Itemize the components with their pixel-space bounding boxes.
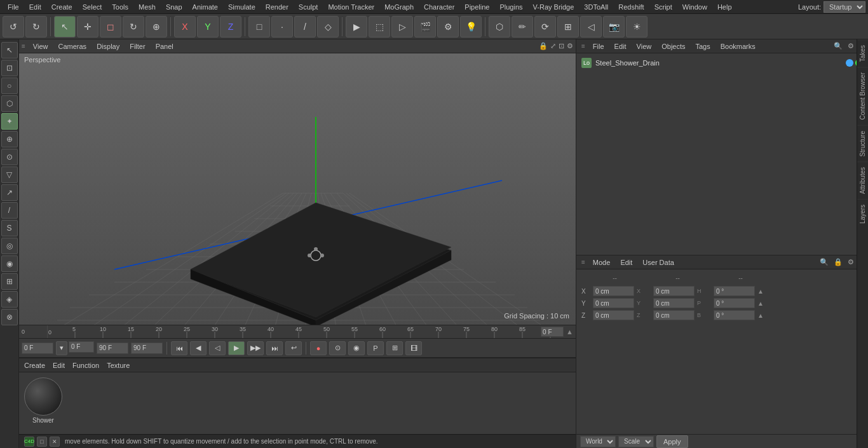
attr-h-arrow[interactable]: ▲ — [757, 288, 764, 295]
menu-snap[interactable]: Snap — [161, 2, 187, 12]
pb-step-forward[interactable]: ▶▶ — [247, 341, 264, 355]
attr-search-icon[interactable]: 🔍 — [820, 258, 829, 266]
menu-plugins[interactable]: Plugins — [494, 2, 527, 12]
x-axis-button[interactable]: X — [174, 16, 196, 37]
sidebar-lasso[interactable]: ○ — [1, 78, 18, 94]
menu-motion-tracker[interactable]: Motion Tracker — [323, 2, 379, 12]
playback-end-field[interactable] — [97, 343, 128, 354]
menu-script[interactable]: Script — [649, 2, 677, 12]
vtab-structure[interactable]: Structure — [857, 125, 868, 162]
vp-icon-expand[interactable]: ⊡ — [559, 42, 564, 50]
array-button[interactable]: ⊞ — [557, 16, 579, 37]
status-icon-square[interactable]: □ — [37, 437, 47, 447]
attr-p-arrow[interactable]: ▲ — [757, 300, 764, 307]
cube-button[interactable]: ⬡ — [489, 16, 510, 37]
pb-play-back[interactable]: ◁ — [209, 341, 226, 355]
menu-3dtoall[interactable]: 3DToAll — [579, 2, 613, 12]
pb-dots[interactable]: ⊞ — [386, 341, 403, 355]
pb-loop[interactable]: ↩ — [285, 341, 302, 355]
pb-arrow-left[interactable]: ▾ — [56, 341, 67, 355]
vtab-content-browser[interactable]: Content Browser — [857, 67, 868, 125]
vp-menu-view[interactable]: View — [31, 41, 51, 51]
vp-menu-display[interactable]: Display — [94, 41, 122, 51]
object-item-shower-drain[interactable]: Lo Steel_Shower_Drain — [579, 56, 865, 70]
menu-render[interactable]: Render — [261, 2, 294, 12]
pb-record-obj[interactable]: ⊙ — [329, 341, 346, 355]
camera-button[interactable]: 📷 — [603, 16, 625, 37]
vp-icon-lock[interactable]: 🔒 — [539, 42, 548, 50]
vp-icon-settings[interactable]: ⚙ — [567, 42, 573, 50]
material-ball[interactable] — [24, 377, 62, 416]
sidebar-tool-2[interactable]: ⊕ — [1, 131, 18, 147]
obj-menu-objects[interactable]: Objects — [659, 41, 688, 51]
world-select[interactable]: World — [580, 436, 616, 447]
menu-edit[interactable]: Edit — [24, 2, 46, 12]
playback-current-field[interactable] — [69, 341, 94, 353]
attr-lock-icon[interactable]: 🔒 — [834, 258, 843, 266]
menu-create[interactable]: Create — [46, 2, 78, 12]
light-button[interactable]: 💡 — [460, 16, 482, 37]
sidebar-tool-3[interactable]: ⊙ — [1, 149, 18, 165]
sidebar-active-tool[interactable]: ✦ — [1, 113, 18, 130]
attr-b-input[interactable] — [714, 310, 755, 320]
render-settings-button[interactable]: ⚙ — [437, 16, 459, 37]
attr-h-input[interactable] — [714, 286, 755, 296]
pb-record-sel[interactable]: ◉ — [348, 341, 365, 355]
scale-tool-button[interactable]: ◻ — [100, 16, 121, 37]
light-add-button[interactable]: ☀ — [626, 16, 648, 37]
poly-mode-button[interactable]: ◇ — [317, 16, 339, 37]
pb-step-back[interactable]: ◀ — [190, 341, 207, 355]
move-tool-button[interactable]: ✛ — [77, 16, 98, 37]
scale-select[interactable]: Scale — [618, 436, 654, 447]
menu-simulate[interactable]: Simulate — [223, 2, 261, 12]
cursor-tool-button[interactable]: ↖ — [54, 16, 76, 37]
attr-z-scale-input[interactable] — [653, 310, 695, 320]
sidebar-live-selection[interactable]: ↖ — [1, 42, 18, 58]
material-item[interactable]: Shower — [24, 377, 62, 424]
undo-button[interactable]: ↺ — [3, 16, 24, 37]
menu-tools[interactable]: Tools — [107, 2, 133, 12]
attr-menu-edit[interactable]: Edit — [618, 257, 635, 268]
sidebar-knife[interactable]: / — [1, 202, 18, 219]
apply-button[interactable]: Apply — [656, 435, 688, 448]
menu-select[interactable]: Select — [78, 2, 107, 12]
pb-goto-end[interactable]: ⏭ — [266, 341, 283, 355]
timeline-bar[interactable]: 0 5 10 15 20 25 30 35 40 — [47, 325, 573, 338]
sidebar-tool-7[interactable]: ◈ — [1, 291, 18, 308]
z-axis-button[interactable]: Z — [220, 16, 241, 37]
timeline-frame-input[interactable] — [541, 327, 564, 337]
vtab-takes[interactable]: Takes — [857, 39, 868, 67]
attr-menu-mode[interactable]: Mode — [590, 257, 613, 268]
object-mode-button[interactable]: □ — [248, 16, 270, 37]
menu-file[interactable]: File — [3, 2, 24, 12]
redo-button[interactable]: ↻ — [25, 16, 47, 37]
attr-settings-icon[interactable]: ⚙ — [848, 258, 854, 266]
pb-goto-start[interactable]: ⏮ — [171, 341, 187, 355]
menu-mograph[interactable]: MoGraph — [379, 2, 419, 12]
object-dot-1[interactable] — [846, 59, 853, 67]
deformer-button[interactable]: ◁ — [580, 16, 602, 37]
spline-button[interactable]: ⟳ — [534, 16, 556, 37]
obj-menu-tags[interactable]: Tags — [693, 41, 713, 51]
layout-select[interactable]: Startup — [824, 1, 865, 13]
sidebar-rectangle[interactable]: ⊡ — [1, 60, 18, 76]
attr-x-pos-input[interactable] — [593, 286, 634, 296]
sidebar-tool-8[interactable]: ⊗ — [1, 309, 18, 325]
transform-tool-button[interactable]: ⊕ — [146, 16, 167, 37]
sidebar-tool-6[interactable]: ⊞ — [1, 273, 18, 290]
menu-mesh[interactable]: Mesh — [133, 2, 161, 12]
objects-settings-icon[interactable]: ⚙ — [848, 42, 854, 50]
obj-menu-edit[interactable]: Edit — [612, 41, 629, 51]
timeline-expand-icon[interactable]: ▲ — [566, 328, 573, 336]
viewport-canvas[interactable]: X Y Z — [19, 53, 576, 325]
render-button[interactable]: ▶ — [346, 16, 367, 37]
sidebar-smooth[interactable]: ◎ — [1, 238, 18, 254]
timeline[interactable]: 0 0 5 10 15 20 25 — [19, 325, 576, 339]
attr-p-input[interactable] — [714, 298, 755, 308]
picture-viewer-button[interactable]: 🎬 — [414, 16, 436, 37]
sidebar-polygon[interactable]: ⬡ — [1, 95, 18, 112]
vp-menu-panel[interactable]: Panel — [153, 41, 176, 51]
y-axis-button[interactable]: Y — [197, 16, 219, 37]
sidebar-bridge[interactable]: S — [1, 220, 18, 236]
status-icon-x[interactable]: ✕ — [50, 437, 60, 447]
